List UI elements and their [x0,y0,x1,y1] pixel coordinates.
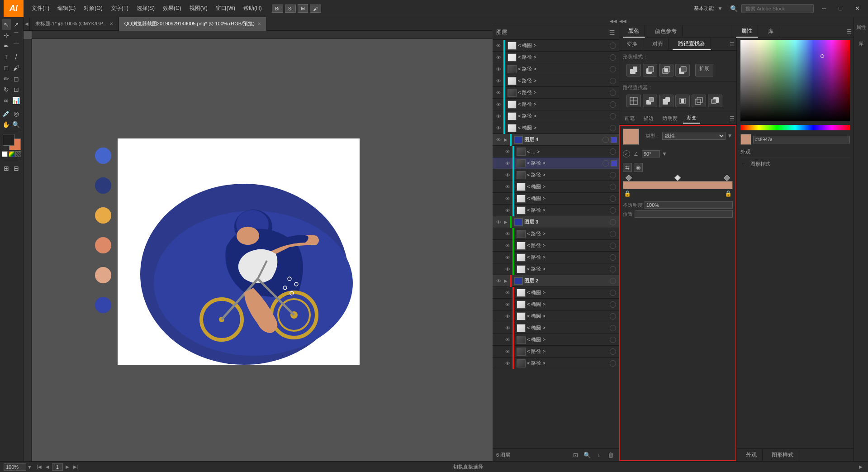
properties-icon[interactable]: 属性 [855,21,868,33]
status-play-btn[interactable]: ▶ [857,463,864,471]
measure-tool[interactable]: ◎ [12,108,21,119]
tab-color-ref[interactable]: 颜色参考 [650,26,683,37]
menu-select[interactable]: 选择(S) [133,3,158,14]
angle-dropdown[interactable]: ▼ [662,151,667,157]
minus-back-btn[interactable] [708,95,722,107]
foreground-color-swatch[interactable] [3,134,14,146]
canvas-content[interactable] [32,39,493,461]
hand-tool[interactable]: ✋ [2,119,11,130]
layers-menu-btn[interactable]: ☰ [609,29,615,36]
eraser-tool[interactable]: ◻ [12,73,21,84]
layer-visibility[interactable]: 👁 [494,89,503,97]
layer-visibility[interactable]: 👁 [503,206,512,215]
layer-item-selected[interactable]: 👁 < 路径 > [493,157,619,169]
layer-lock[interactable] [610,54,616,61]
canvas-area[interactable] [24,31,493,461]
layer-visibility[interactable]: 👁 [494,77,503,85]
menu-object[interactable]: 对象(O) [80,3,106,14]
direct-select-tool[interactable]: ↗ [12,19,21,30]
tab-qq[interactable]: QQ浏览器截图20190929144005.png* @ 100% (RGB/预… [119,17,267,31]
gradient-type-select[interactable]: 线性 [662,132,726,140]
eyedropper-tool[interactable]: 💉 [2,108,11,119]
menu-view[interactable]: 视图(V) [186,3,211,14]
artboard-input[interactable] [52,463,63,471]
minimize-btn[interactable]: ─ [817,3,830,14]
layer-group-4[interactable]: 👁 ▶ 图层 4 [493,134,619,146]
layer-lock[interactable] [610,66,616,72]
none-swatch[interactable] [2,151,8,157]
layer-visibility[interactable]: 👁 [503,336,512,344]
layer-lock[interactable] [610,207,616,214]
position-input[interactable] [635,210,733,218]
next-artboard-btn[interactable]: ▶ [64,463,71,471]
gradient-menu-btn[interactable]: ☰ [730,115,735,122]
tab-gradient[interactable]: 渐变 [683,113,700,124]
gradient-stop-mid[interactable] [674,175,681,181]
pattern-swatch[interactable] [15,151,21,157]
hue-slider[interactable] [740,125,850,130]
layer-item[interactable]: 👁 < 椭圆 > [493,181,619,193]
layers-list[interactable]: 👁 < 椭圆 > 👁 < 路径 > 👁 < 路径 > [493,40,619,448]
layer-lock[interactable] [610,348,616,355]
workspace-arrow[interactable]: ▼ [717,5,723,12]
tab-appearance[interactable]: 外观 [740,449,763,461]
close-btn[interactable]: ✕ [850,3,864,14]
layer-lock[interactable] [610,148,616,155]
select-tool[interactable]: ↖ [2,19,11,30]
layer-lock[interactable] [610,113,616,119]
lasso-tool[interactable]: ⌒ [12,30,21,41]
gradient-stop-right[interactable] [723,175,730,181]
tab-graphic-styles[interactable]: 图形样式 [766,449,799,461]
layer-visibility[interactable]: 👁 [503,195,512,203]
panel-expand-btn[interactable]: ◀◀ [619,19,625,24]
layer-item[interactable]: 👁 < 路径 > [493,63,619,75]
type-dropdown-arrow[interactable]: ▼ [727,133,733,139]
layer-group-2[interactable]: 👁 ▶ 图层 2 [493,275,619,287]
layer-item[interactable]: 👁 < 椭圆 > [493,299,619,310]
layer-visibility[interactable]: 👁 [503,348,512,356]
layer-visibility[interactable]: 👁 [503,148,512,156]
layer-item[interactable]: 👁 < 路径 > [493,263,619,275]
layer-lock[interactable] [610,90,616,96]
line-tool[interactable]: / [12,52,21,62]
gradient-preview[interactable] [623,129,639,145]
angle-input[interactable] [642,150,660,157]
search-icon[interactable]: 🔍 [730,5,738,12]
rotate-tool[interactable]: ↻ [2,84,11,95]
tab-close-untitled[interactable]: ✕ [109,21,113,26]
layer-item[interactable]: 👁 < 路径 > [493,99,619,110]
layer-item[interactable]: 👁 < 路径 > [493,240,619,252]
menu-window[interactable]: 窗口(W) [212,3,239,14]
layer-item[interactable]: 👁 < 椭圆 > [493,287,619,299]
stock-search[interactable] [741,4,814,13]
hex-input[interactable] [753,136,850,143]
delete-layer-btn[interactable]: 🗑 [606,451,615,460]
layer-item[interactable]: 👁 < 椭圆 > [493,334,619,346]
merge-btn[interactable] [659,95,674,107]
outline-btn[interactable] [692,95,706,107]
layer-item[interactable]: 👁 < 路径 > [493,75,619,87]
layer-item[interactable]: 👁 < 椭圆 > [493,193,619,205]
gradient-stop-left[interactable] [626,175,632,181]
layer-item[interactable]: 👁 < 路径 > [493,52,619,63]
layer-visibility[interactable]: 👁 [503,324,512,332]
slice-tool[interactable]: ⊟ [12,163,21,174]
stock-btn[interactable]: St [285,5,296,13]
group-expand[interactable]: ▶ [503,137,509,142]
artboard-tool[interactable]: ⊞ [2,163,11,174]
add-layer-btn[interactable]: + [594,451,603,460]
layer-item[interactable]: 👁 < ... > [493,146,619,157]
tab-stroke[interactable]: 描边 [640,114,657,123]
group-expand[interactable]: ▶ [503,219,509,224]
layer-visibility[interactable]: 👁 [503,159,512,167]
layer-lock[interactable] [610,172,616,178]
layer-item[interactable]: 👁 < 路径 > [493,87,619,99]
layer-visibility[interactable]: 👁 [494,136,503,144]
type-tool[interactable]: T [2,52,11,62]
layer-lock[interactable] [610,325,616,331]
layer-item[interactable]: 👁 < 路径 > [493,205,619,216]
layer-visibility[interactable]: 👁 [494,124,503,132]
tab-scroll-left[interactable]: ◀ [24,17,30,31]
tab-opacity[interactable]: 透明度 [659,114,681,123]
blend-tool[interactable]: ∞ [2,95,11,106]
